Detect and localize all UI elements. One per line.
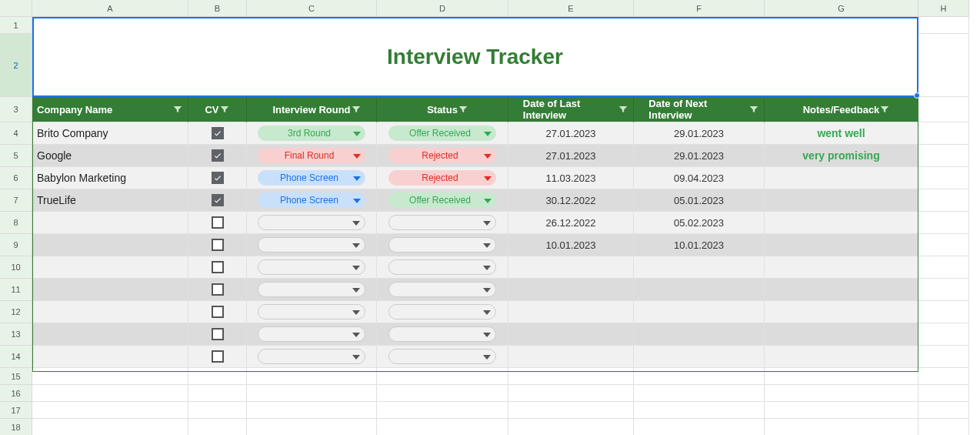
row-header-5[interactable]: 5 <box>0 145 32 167</box>
cv-cell[interactable] <box>188 323 247 346</box>
status-dropdown[interactable] <box>388 304 496 320</box>
round-dropdown[interactable] <box>258 349 365 364</box>
last-interview-cell[interactable] <box>508 323 634 346</box>
next-interview-cell[interactable]: 05.01.2023 <box>634 189 765 212</box>
row-header-12[interactable]: 12 <box>0 301 32 323</box>
company-cell[interactable] <box>32 234 188 256</box>
notes-cell[interactable] <box>765 279 918 301</box>
col-header-G[interactable]: G <box>765 0 918 17</box>
cell-blank[interactable] <box>508 385 634 402</box>
company-cell[interactable] <box>32 346 188 368</box>
col-header-B[interactable]: B <box>188 0 247 17</box>
filter-icon[interactable] <box>748 104 759 115</box>
cv-cell[interactable] <box>188 145 247 167</box>
col-header-H[interactable]: H <box>918 0 969 17</box>
cell-blank[interactable] <box>918 189 969 212</box>
cv-cell[interactable] <box>188 167 247 189</box>
cv-cell[interactable] <box>188 122 247 145</box>
notes-cell[interactable] <box>765 301 918 323</box>
status-cell[interactable]: Rejected <box>377 167 508 189</box>
last-interview-cell[interactable]: 27.01.2023 <box>508 145 634 167</box>
status-cell[interactable] <box>377 301 508 323</box>
round-cell[interactable] <box>247 256 377 279</box>
filter-icon[interactable] <box>219 104 230 115</box>
status-cell[interactable]: Rejected <box>377 145 508 167</box>
round-dropdown[interactable] <box>258 326 365 342</box>
status-dropdown[interactable]: Offer Received <box>388 192 496 208</box>
cell-blank[interactable] <box>188 368 247 385</box>
cell-blank[interactable] <box>188 385 247 402</box>
row-header-16[interactable]: 16 <box>0 385 32 402</box>
cell-blank[interactable] <box>32 368 188 385</box>
notes-cell[interactable] <box>765 323 918 346</box>
notes-cell[interactable] <box>765 212 918 234</box>
status-dropdown[interactable] <box>388 237 496 253</box>
cell-blank[interactable] <box>918 323 969 346</box>
row-header-7[interactable]: 7 <box>0 189 32 212</box>
notes-cell[interactable] <box>765 256 918 279</box>
row-header-10[interactable]: 10 <box>0 256 32 279</box>
cell-blank[interactable] <box>188 402 247 419</box>
cell-blank[interactable] <box>765 368 918 385</box>
cell-blank[interactable] <box>634 385 765 402</box>
status-dropdown[interactable]: Offer Received <box>388 125 496 141</box>
cell-blank[interactable] <box>508 368 634 385</box>
last-interview-cell[interactable]: 26.12.2022 <box>508 212 634 234</box>
row-header-14[interactable]: 14 <box>0 346 32 368</box>
cell-blank[interactable] <box>918 346 969 368</box>
round-cell[interactable] <box>247 212 377 234</box>
last-interview-cell[interactable] <box>508 301 634 323</box>
cell-blank[interactable] <box>918 279 969 301</box>
col-header-D[interactable]: D <box>377 0 508 17</box>
table-header-cv[interactable]: CV <box>188 97 247 122</box>
cell-blank[interactable] <box>918 368 969 385</box>
next-interview-cell[interactable] <box>634 323 765 346</box>
cell-blank[interactable] <box>918 402 969 419</box>
table-header-notes[interactable]: Notes/Feedback <box>765 97 918 122</box>
last-interview-cell[interactable] <box>508 256 634 279</box>
cell-blank[interactable] <box>377 419 508 435</box>
table-header-round[interactable]: Interview Round <box>247 97 377 122</box>
cv-checkbox[interactable] <box>212 172 224 184</box>
cell-blank[interactable] <box>918 256 969 279</box>
round-cell[interactable]: Final Round <box>247 145 377 167</box>
row-header-8[interactable]: 8 <box>0 212 32 234</box>
notes-cell[interactable] <box>765 234 918 256</box>
round-cell[interactable] <box>247 279 377 301</box>
next-interview-cell[interactable] <box>634 256 765 279</box>
filter-icon[interactable] <box>879 104 890 115</box>
cell-blank[interactable] <box>918 34 969 97</box>
last-interview-cell[interactable] <box>508 346 634 368</box>
next-interview-cell[interactable]: 29.01.2023 <box>634 145 765 167</box>
round-dropdown[interactable] <box>258 237 365 253</box>
cv-cell[interactable] <box>188 256 247 279</box>
cv-checkbox[interactable] <box>212 328 224 340</box>
notes-cell[interactable] <box>765 346 918 368</box>
cv-cell[interactable] <box>188 212 247 234</box>
cv-checkbox[interactable] <box>212 127 224 139</box>
round-dropdown[interactable]: Phone Screen <box>258 170 365 186</box>
cv-checkbox[interactable] <box>212 216 224 229</box>
status-cell[interactable] <box>377 256 508 279</box>
status-cell[interactable] <box>377 323 508 346</box>
notes-cell[interactable]: very promising <box>765 145 918 167</box>
last-interview-cell[interactable]: 10.01.2023 <box>508 234 634 256</box>
page-title[interactable]: Interview Tracker <box>32 17 918 97</box>
cell-blank[interactable] <box>765 385 918 402</box>
company-cell[interactable] <box>32 212 188 234</box>
cv-checkbox[interactable] <box>212 194 224 206</box>
last-interview-cell[interactable]: 27.01.2023 <box>508 122 634 145</box>
status-cell[interactable] <box>377 279 508 301</box>
status-cell[interactable] <box>377 346 508 368</box>
round-dropdown[interactable] <box>258 282 365 297</box>
status-dropdown[interactable]: Rejected <box>388 148 496 163</box>
company-cell[interactable] <box>32 301 188 323</box>
cv-cell[interactable] <box>188 346 247 368</box>
cell-blank[interactable] <box>247 385 377 402</box>
cv-checkbox[interactable] <box>212 283 224 296</box>
company-cell[interactable] <box>32 279 188 301</box>
company-cell[interactable]: Brito Company <box>32 122 188 145</box>
round-dropdown[interactable] <box>258 215 365 230</box>
cell-blank[interactable] <box>247 368 377 385</box>
status-cell[interactable]: Offer Received <box>377 122 508 145</box>
